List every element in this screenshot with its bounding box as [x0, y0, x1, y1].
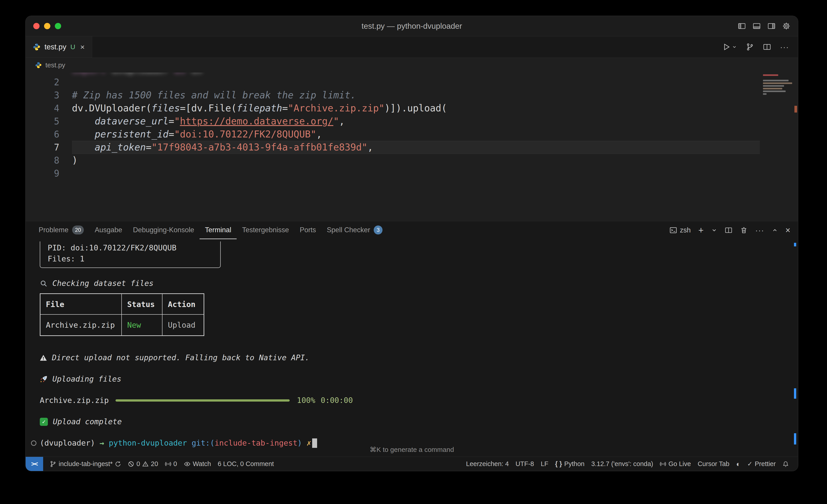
panel-tab-spell-checker[interactable]: Spell Checker3: [321, 221, 388, 239]
terminal-profile[interactable]: zsh: [670, 226, 691, 234]
status-branch[interactable]: include-tab-ingest*: [46, 457, 125, 471]
status-screencast[interactable]: ◐: [733, 457, 744, 471]
command-marker-icon: [31, 440, 36, 446]
toggle-panel-icon[interactable]: [752, 22, 761, 30]
token: https://demo.dataverse.org/: [180, 116, 333, 127]
code-line-9[interactable]: 9: [26, 167, 798, 180]
token: =: [168, 129, 174, 140]
status-ports[interactable]: 0: [161, 457, 181, 471]
column-header: Status: [122, 294, 162, 315]
complete-text: Upload complete: [53, 416, 122, 427]
panel-tab-badge: 20: [72, 225, 84, 234]
token: )]).upload(: [385, 103, 447, 114]
split-editor-icon[interactable]: [763, 43, 771, 51]
code-line-3[interactable]: 3# Zip has 1500 files and will break the…: [26, 89, 798, 102]
status-bar: >< include-tab-ingest*0200Watch6 LOC, 0 …: [26, 457, 798, 471]
code-line-8[interactable]: 8): [26, 154, 798, 167]
minimap-line: [763, 91, 786, 92]
status-watch[interactable]: Watch: [181, 457, 214, 471]
status-metrics[interactable]: 6 LOC, 0 Comment: [214, 457, 277, 471]
token: files: [151, 103, 180, 114]
terminal-dropdown-icon[interactable]: [711, 227, 717, 233]
line-number: 3: [26, 89, 72, 102]
token: dv.DVUploader(: [72, 103, 151, 114]
remote-indicator[interactable]: ><: [26, 457, 43, 471]
panel-tab-label: Testergebnisse: [242, 226, 289, 234]
code-line-2[interactable]: 2: [26, 76, 798, 89]
token: =: [168, 116, 174, 127]
more-actions-icon[interactable]: ···: [780, 43, 789, 51]
panel-tab-terminal[interactable]: Terminal: [200, 221, 237, 239]
split-terminal-icon[interactable]: [725, 226, 732, 234]
status-label: 3.12.7 ('envs': conda): [591, 460, 653, 467]
panel-more-icon[interactable]: ···: [755, 226, 764, 235]
column-header: File: [41, 294, 122, 315]
checking-message: Checking dataset files: [40, 278, 798, 289]
code-text: # Zip has 1500 files and will break the …: [72, 89, 760, 102]
git-branch-icon: [50, 461, 56, 467]
close-panel-icon[interactable]: ×: [785, 225, 790, 235]
minimap-line: [763, 88, 782, 90]
tab-close-icon[interactable]: ×: [80, 43, 85, 51]
status-notifications[interactable]: [779, 457, 792, 471]
token: [72, 116, 95, 127]
code-editor[interactable]: import dvuploader as dv 23# Zip has 1500…: [26, 72, 798, 221]
source-control-graph-icon[interactable]: [746, 43, 754, 51]
status-label: include-tab-ingest*: [59, 460, 112, 467]
panel-tab-ports[interactable]: Ports: [294, 221, 321, 239]
run-python-file-icon[interactable]: [723, 43, 737, 51]
status-prettier[interactable]: ✓Prettier: [744, 457, 779, 471]
broadcast-icon: [660, 461, 666, 467]
tab-test-py[interactable]: test.py U ×: [26, 37, 92, 57]
pid-info-box: PID: doi:10.70122/FK2/8QUQUB Files: 1: [40, 241, 221, 268]
code-line-5[interactable]: 5 dataverse_url="https://demo.dataverse.…: [26, 115, 798, 128]
breadcrumb[interactable]: test.py: [26, 58, 798, 72]
panel-tab-testergebnisse[interactable]: Testergebnisse: [237, 221, 294, 239]
status-label: 20: [151, 460, 158, 467]
table-row: Archive.zip.zip New Upload: [41, 315, 204, 335]
status-left: include-tab-ingest*0200Watch6 LOC, 0 Com…: [43, 457, 277, 471]
token: ": [174, 116, 180, 127]
panel-tab-probleme[interactable]: Probleme20: [33, 221, 89, 239]
panel-tab-label: Spell Checker: [327, 226, 370, 234]
status-cursor-tab[interactable]: Cursor Tab: [694, 457, 733, 471]
kill-terminal-icon[interactable]: [740, 226, 748, 234]
status-label: Python: [564, 460, 585, 467]
toggle-secondary-sidebar-icon[interactable]: [768, 22, 776, 30]
toggle-sidebar-icon[interactable]: [738, 22, 746, 30]
scrollbar-marker: [794, 433, 796, 445]
tab-git-status: U: [70, 43, 75, 51]
minimap[interactable]: [763, 74, 792, 96]
token: [72, 129, 95, 140]
panel-tab-label: Debugging-Konsole: [133, 226, 194, 234]
code-line-4[interactable]: 4dv.DVUploader(files=[dv.File(filepath="…: [26, 102, 798, 115]
panel-tab-ausgabe[interactable]: Ausgabe: [89, 221, 128, 239]
token: dvuploader: [106, 72, 175, 75]
status-go-live[interactable]: Go Live: [656, 457, 694, 471]
status-encoding[interactable]: UTF-8: [512, 457, 537, 471]
code-line-7[interactable]: 7 api_token="17f98043-a7b3-4013-9f4a-aff…: [26, 141, 798, 154]
status-indentation[interactable]: Leerzeichen: 4: [463, 457, 512, 471]
token: as: [175, 72, 186, 75]
token: "Archive.zip.zip": [288, 103, 385, 114]
warning-icon: [40, 354, 47, 361]
progress-filename: Archive.zip.zip: [40, 395, 109, 406]
search-icon: [40, 280, 47, 287]
line-number: 4: [26, 102, 72, 115]
status-problems[interactable]: 020: [125, 457, 161, 471]
code-line-6[interactable]: 6 persistent_id="doi:10.70122/FK2/8QUQUB…: [26, 128, 798, 141]
status-interpreter[interactable]: 3.12.7 ('envs': conda): [588, 457, 656, 471]
token: filepath: [237, 103, 282, 114]
line-number: 9: [26, 167, 72, 180]
status-eol[interactable]: LF: [537, 457, 552, 471]
bottom-panel: Probleme20AusgabeDebugging-KonsoleTermin…: [26, 221, 798, 457]
status-language[interactable]: { }Python: [552, 457, 588, 471]
ai-command-hint: ⌘K to generate a command: [26, 446, 798, 453]
maximize-panel-icon[interactable]: [772, 227, 778, 233]
scrollbar-marker: [794, 388, 796, 399]
action-cell: Upload: [162, 315, 204, 335]
new-terminal-icon[interactable]: +: [698, 225, 703, 235]
panel-tab-debugging-konsole[interactable]: Debugging-Konsole: [128, 221, 200, 239]
terminal-output[interactable]: PID: doi:10.70122/FK2/8QUQUB Files: 1 Ch…: [26, 239, 798, 457]
settings-gear-icon[interactable]: [782, 22, 790, 30]
